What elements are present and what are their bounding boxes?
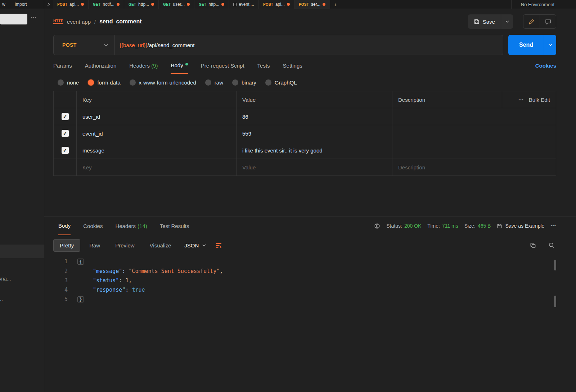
scrollbar-handle[interactable]	[554, 296, 556, 307]
radio-icon	[265, 79, 271, 86]
new-tab-button[interactable]: +	[330, 1, 341, 8]
comments-button[interactable]	[540, 15, 556, 28]
tab-body[interactable]: Body	[171, 56, 188, 74]
table-header-row: Key Value Description ••• Bulk Edit	[54, 91, 556, 108]
sidebar-item-partial[interactable]: Ana...	[0, 276, 11, 282]
send-button[interactable]: Send	[508, 35, 544, 55]
open-request-tabs: POST api... GET notif... GET http... GET…	[53, 0, 330, 9]
view-pretty-button[interactable]: Pretty	[53, 239, 80, 252]
response-toolbar: Pretty Raw Preview Visualize JSON	[53, 237, 556, 253]
fold-toggle-icon[interactable]: }	[77, 296, 84, 302]
format-select[interactable]: JSON	[184, 242, 206, 249]
environment-selector[interactable]: No Environment	[511, 0, 576, 9]
row-checkbox[interactable]: ✓	[62, 113, 69, 120]
import-button[interactable]: Import	[15, 2, 27, 7]
key-cell[interactable]: user_id	[76, 108, 236, 125]
view-preview-button[interactable]: Preview	[109, 240, 140, 251]
save-as-example-button[interactable]: Save as Example	[497, 223, 544, 229]
body-type-urlencoded[interactable]: x-www-form-urlencoded	[130, 79, 196, 86]
body-type-form-data[interactable]: form-data	[88, 79, 120, 86]
response-tab-test-results[interactable]: Test Results	[160, 216, 189, 235]
tab-params[interactable]: Params	[53, 57, 72, 73]
table-header-actions: ••• Bulk Edit	[502, 91, 556, 108]
save-icon	[474, 19, 480, 24]
new-button-partial[interactable]: w	[2, 2, 5, 7]
key-cell[interactable]: message	[76, 142, 236, 159]
body-type-none[interactable]: none	[58, 79, 79, 86]
description-cell[interactable]	[392, 142, 556, 159]
save-options-button[interactable]	[501, 14, 513, 29]
body-type-graphql[interactable]: GraphQL	[265, 79, 297, 86]
breadcrumb-request-name[interactable]: send_comment	[99, 18, 141, 25]
network-icon[interactable]	[374, 223, 380, 229]
code-line: 5 }	[53, 295, 556, 304]
wrap-lines-button[interactable]	[215, 242, 222, 249]
body-type-raw[interactable]: raw	[205, 79, 223, 86]
topbar-left: w Import	[0, 0, 44, 9]
radio-icon	[130, 79, 136, 86]
search-icon[interactable]	[548, 242, 555, 249]
more-options-icon[interactable]: •••	[518, 97, 524, 102]
bulk-edit-button[interactable]: Bulk Edit	[529, 97, 550, 103]
key-input-placeholder[interactable]: Key	[76, 159, 236, 176]
response-tab-headers[interactable]: Headers (14)	[115, 216, 147, 235]
request-tab[interactable]: GET http...	[124, 0, 159, 9]
body-type-binary[interactable]: binary	[232, 79, 256, 86]
unsaved-dot-icon	[221, 3, 224, 6]
tab-pre-request-script[interactable]: Pre-request Script	[201, 57, 244, 73]
request-tab-active[interactable]: POST ser...	[294, 0, 330, 9]
row-checkbox[interactable]: ✓	[62, 147, 69, 154]
key-column-header: Key	[76, 91, 236, 108]
tab-tests[interactable]: Tests	[257, 57, 270, 73]
chevron-right-icon[interactable]	[44, 3, 53, 6]
view-raw-button[interactable]: Raw	[83, 240, 106, 251]
breadcrumb-collection[interactable]: event app	[67, 19, 91, 25]
value-cell[interactable]: 559	[236, 125, 392, 142]
sidebar-item-partial[interactable]: ..	[0, 296, 3, 302]
edit-button[interactable]	[523, 15, 540, 28]
description-cell[interactable]	[392, 108, 556, 125]
response-tab-body[interactable]: Body	[58, 216, 71, 235]
radio-selected-icon	[88, 79, 94, 86]
code-line: 2 "message": "Comments Sent Successfully…	[53, 266, 556, 276]
unsaved-dot-icon	[151, 3, 154, 6]
fold-toggle-icon[interactable]: {	[77, 259, 84, 265]
request-tab[interactable]: GET user...	[159, 0, 194, 9]
response-body-editor[interactable]: 1 { 2 "message": "Comments Sent Successf…	[53, 257, 556, 304]
more-options-icon[interactable]: •••	[550, 223, 556, 228]
cookies-link[interactable]: Cookies	[535, 57, 556, 73]
sidebar: ••• Ana... ..	[0, 9, 44, 392]
row-checkbox[interactable]: ✓	[62, 130, 69, 137]
value-cell[interactable]: i like this event sir.. it is very good	[236, 142, 392, 159]
tab-settings[interactable]: Settings	[283, 57, 302, 73]
description-input-placeholder[interactable]: Description	[392, 159, 556, 176]
view-visualize-button[interactable]: Visualize	[144, 240, 177, 251]
description-cell[interactable]	[392, 125, 556, 142]
tab-authorization[interactable]: Authorization	[85, 57, 117, 73]
select-all-cell	[54, 91, 76, 108]
save-icon	[497, 223, 502, 229]
collection-tab[interactable]: event ...	[229, 0, 259, 9]
method-select[interactable]: POST	[54, 35, 115, 55]
sidebar-selected-item[interactable]	[0, 245, 44, 258]
tab-headers[interactable]: Headers (9)	[129, 57, 158, 73]
request-tab[interactable]: GET notif...	[89, 0, 124, 9]
save-button[interactable]: Save	[468, 14, 501, 29]
radio-icon	[205, 79, 211, 86]
value-input-placeholder[interactable]: Value	[236, 159, 392, 176]
request-tab[interactable]: POST api...	[53, 0, 89, 9]
copy-icon[interactable]	[530, 242, 536, 249]
sidebar-partial-panel	[0, 14, 27, 24]
request-tab[interactable]: POST api...	[259, 0, 294, 9]
response-tab-cookies[interactable]: Cookies	[83, 216, 103, 235]
table-row: ✓ user_id 86	[54, 108, 556, 125]
send-options-button[interactable]	[544, 35, 556, 55]
key-cell[interactable]: event_id	[76, 125, 236, 142]
save-button-group: Save	[468, 14, 513, 29]
value-cell[interactable]: 86	[236, 108, 392, 125]
url-input[interactable]: {{base_url}}/api/send_comment	[115, 35, 194, 55]
request-tab[interactable]: GET http...	[194, 0, 229, 9]
more-options-icon[interactable]: •••	[31, 15, 37, 20]
scrollbar-handle[interactable]	[554, 260, 556, 270]
table-new-row: Key Value Description	[54, 159, 556, 176]
